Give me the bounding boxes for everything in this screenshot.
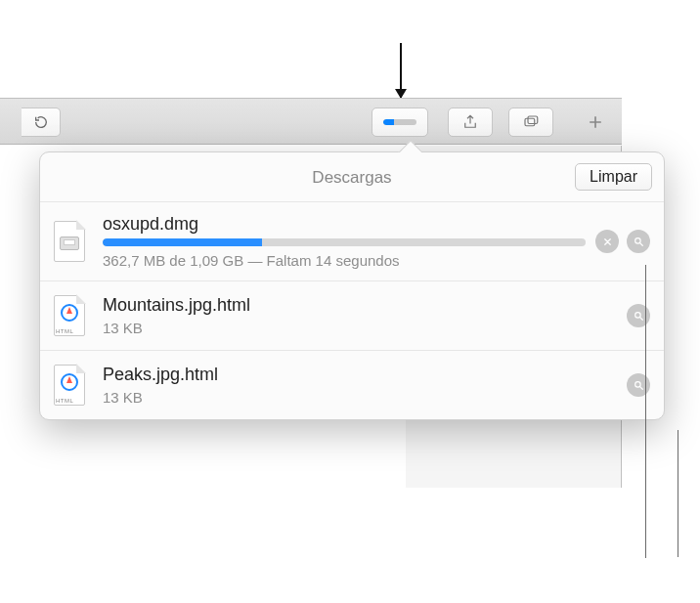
download-progress-fill (103, 238, 262, 246)
browser-toolbar (0, 98, 622, 145)
popover-title: Descargas (40, 168, 664, 188)
svg-rect-0 (525, 118, 535, 126)
download-row: osxupd.dmg 362,7 MB de 1,09 GB — Faltam … (40, 201, 664, 280)
annotation-arrow (400, 43, 402, 98)
stop-download-button[interactable] (595, 230, 619, 253)
magnify-icon (633, 310, 645, 323)
reveal-in-finder-button[interactable] (627, 230, 650, 253)
download-row: HTML Mountains.jpg.html 13 KB (40, 280, 664, 350)
file-icon-html: HTML (50, 293, 89, 338)
download-filename: Peaks.jpg.html (103, 365, 617, 385)
download-filename: osxupd.dmg (103, 214, 586, 235)
download-status: 362,7 MB de 1,09 GB — Faltam 14 segundos (103, 252, 586, 269)
download-status: 13 KB (103, 389, 617, 406)
reload-icon (33, 114, 49, 130)
clear-button[interactable]: Limpar (575, 163, 652, 191)
share-icon (461, 113, 479, 131)
popover-header: Descargas Limpar (40, 152, 664, 201)
download-status: 13 KB (103, 320, 617, 336)
file-icon-html: HTML (50, 363, 89, 408)
reload-button[interactable] (22, 108, 61, 137)
magnify-icon (633, 236, 645, 248)
reveal-in-finder-button[interactable] (627, 373, 650, 397)
file-icon-dmg (50, 219, 89, 264)
annotation-leader-line (678, 430, 678, 557)
magnify-icon (633, 379, 645, 392)
svg-rect-1 (528, 116, 538, 124)
downloads-mini-fill (383, 119, 394, 125)
downloads-popover: Descargas Limpar osxupd.dmg 362,7 MB de … (39, 151, 665, 420)
downloads-mini-progress (383, 119, 416, 125)
download-progress-bar (103, 238, 586, 246)
share-button[interactable] (448, 108, 493, 137)
show-tabs-button[interactable] (508, 108, 553, 137)
plus-icon (586, 112, 605, 132)
stop-icon (601, 236, 614, 248)
download-filename: Mountains.jpg.html (103, 295, 617, 316)
downloads-button[interactable] (372, 108, 428, 137)
download-row: HTML Peaks.jpg.html 13 KB (40, 350, 664, 419)
annotation-leader-line (645, 265, 646, 558)
new-tab-button[interactable] (573, 108, 618, 137)
reveal-in-finder-button[interactable] (627, 304, 650, 327)
tabs-icon (522, 113, 540, 131)
popover-arrow (398, 141, 421, 152)
